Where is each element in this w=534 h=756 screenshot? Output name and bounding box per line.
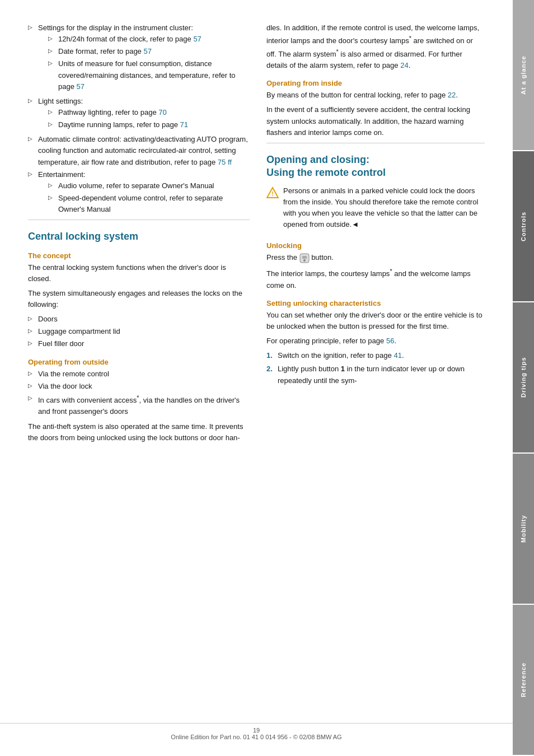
concept-para2: The system simultaneously engages and re… xyxy=(28,288,250,310)
bullet-display-settings: Settings for the display in the instrume… xyxy=(28,22,250,92)
nested-display-settings: 12h/24h format of the clock, refer to pa… xyxy=(48,34,250,92)
page-footer: 19 Online Edition for Part no. 01 41 0 0… xyxy=(0,723,513,740)
sidebar-tab-reference[interactable]: Reference xyxy=(513,605,534,755)
central-locking-heading: Central locking system xyxy=(28,230,250,243)
svg-rect-3 xyxy=(302,256,307,259)
setting-steps-list: 1. Switch on the ignition, refer to page… xyxy=(266,350,485,386)
locking-item-doors: Doors xyxy=(28,314,250,325)
right-column: dles. In addition, if the remote control… xyxy=(266,22,485,734)
outside-convenient: In cars with convenient access*, via the… xyxy=(28,393,250,418)
link-24[interactable]: 24 xyxy=(400,61,408,69)
setting-unlocking-para2: For operating principle, refer to page 5… xyxy=(266,335,485,347)
unlocking-para2: The interior lamps, the courtesy lamps* … xyxy=(266,267,485,291)
link-57b[interactable]: 57 xyxy=(143,47,151,55)
operating-inside-para2: In the event of a sufficiently severe ac… xyxy=(266,104,485,138)
concept-subheading: The concept xyxy=(28,251,250,260)
bullet-speed-vol: Speed-dependent volume control, refer to… xyxy=(48,193,250,215)
locking-item-luggage: Luggage compartment lid xyxy=(28,326,250,337)
link-57c[interactable]: 57 xyxy=(77,82,85,91)
sidebar-tab-controls[interactable]: Controls xyxy=(513,151,534,301)
operating-outside-subheading: Operating from outside xyxy=(28,358,250,366)
sidebar-tab-mobility[interactable]: Mobility xyxy=(513,454,534,604)
svg-text:!: ! xyxy=(271,190,274,197)
outside-remote: Via the remote control xyxy=(28,368,250,380)
step-1: 1. Switch on the ignition, refer to page… xyxy=(266,350,485,361)
outside-door-lock: Via the door lock xyxy=(28,381,250,392)
top-bullet-list: Settings for the display in the instrume… xyxy=(28,22,250,215)
left-column: Settings for the display in the instrume… xyxy=(28,22,250,734)
main-content: Settings for the display in the instrume… xyxy=(0,0,513,756)
unlocking-subheading: Unlocking xyxy=(266,241,485,250)
svg-point-4 xyxy=(303,259,306,262)
page-number: 19 xyxy=(253,727,260,734)
opening-closing-heading: Opening and closing:Using the remote con… xyxy=(266,153,485,180)
warning-box: ! Persons or animals in a parked vehicle… xyxy=(266,185,485,234)
nested-light-settings: Pathway lighting, refer to page 70 Dayti… xyxy=(48,107,250,130)
operating-outside-list: Via the remote control Via the door lock… xyxy=(28,368,250,418)
setting-unlocking-subheading: Setting unlocking characteristics xyxy=(266,299,485,307)
sidebar-tab-driving[interactable]: Driving tips xyxy=(513,302,534,452)
sidebar-tab-at-glance[interactable]: At a glance xyxy=(513,0,534,150)
link-56[interactable]: 56 xyxy=(386,337,394,345)
page-container: Settings for the display in the instrume… xyxy=(0,0,534,756)
link-71[interactable]: 71 xyxy=(180,120,188,129)
operating-inside-para1: By means of the button for central locki… xyxy=(266,90,485,101)
locking-items-list: Doors Luggage compartment lid Fuel fille… xyxy=(28,314,250,349)
step-2: 2. Lightly push button 1 in the turn ind… xyxy=(266,363,485,386)
link-57a[interactable]: 57 xyxy=(193,35,201,43)
setting-unlocking-para1: You can set whether only the driver's do… xyxy=(266,310,485,332)
bullet-date: Date format, refer to page 57 xyxy=(48,46,250,57)
nested-entertainment: Audio volume, refer to separate Owner's … xyxy=(48,180,250,215)
link-41[interactable]: 41 xyxy=(394,351,401,360)
locking-item-fuel: Fuel filler door xyxy=(28,338,250,349)
unlocking-para1: Press the button. xyxy=(266,252,485,263)
remote-button-icon xyxy=(299,253,310,263)
link-75ff[interactable]: 75 ff xyxy=(218,158,232,166)
divider-1 xyxy=(28,220,250,220)
bullet-audio: Audio volume, refer to separate Owner's … xyxy=(48,180,250,192)
link-22[interactable]: 22 xyxy=(448,91,456,99)
bullet-entertainment: Entertainment: Audio volume, refer to se… xyxy=(28,169,250,216)
warning-icon: ! xyxy=(266,186,279,199)
link-70[interactable]: 70 xyxy=(158,108,166,116)
operating-inside-subheading: Operating from inside xyxy=(266,79,485,87)
bullet-daytime: Daytime running lamps, refer to page 71 xyxy=(48,119,250,130)
bullet-pathway: Pathway lighting, refer to page 70 xyxy=(48,107,250,118)
bullet-12h: 12h/24h format of the clock, refer to pa… xyxy=(48,34,250,45)
concept-para1: The central locking system functions whe… xyxy=(28,262,250,284)
outside-antitheft-para: The anti-theft system is also operated a… xyxy=(28,421,250,444)
continued-para: dles. In addition, if the remote control… xyxy=(266,22,485,71)
divider-2 xyxy=(266,143,485,143)
footer-text: Online Edition for Part no. 01 41 0 014 … xyxy=(171,734,341,740)
bullet-light: Light settings: Pathway lighting, refer … xyxy=(28,96,250,130)
sidebar-right: At a glance Controls Driving tips Mobili… xyxy=(513,0,534,756)
warning-text: Persons or animals in a parked vehicle c… xyxy=(283,185,485,231)
bullet-units: Units of measure for fuel consumption, d… xyxy=(48,58,250,92)
bullet-climate: Automatic climate control: activating/de… xyxy=(28,134,250,167)
